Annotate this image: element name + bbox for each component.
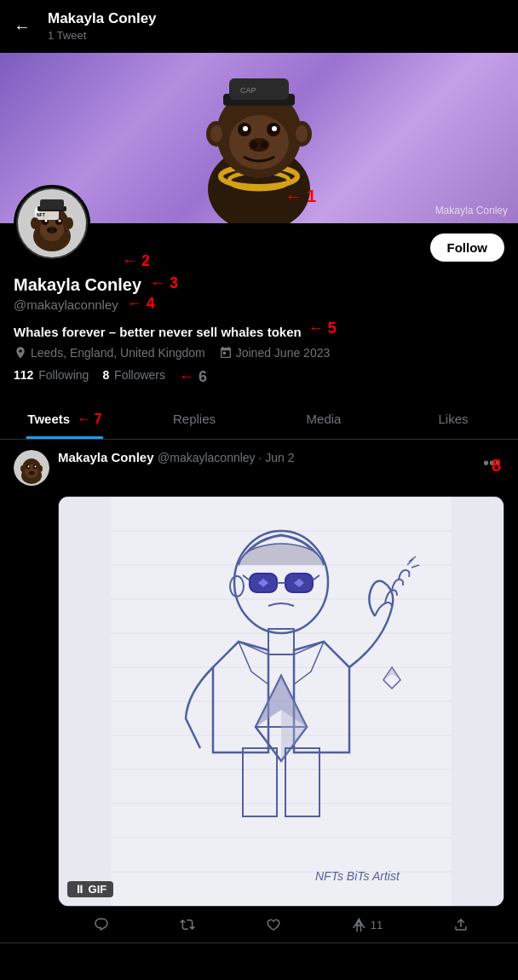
svg-point-28: [47, 228, 50, 232]
location-icon: [14, 346, 27, 360]
svg-point-8: [272, 126, 277, 131]
tab-likes[interactable]: Likes: [388, 400, 518, 439]
location-text: Leeds, England, United Kingdom: [31, 346, 205, 360]
share-icon: [453, 917, 469, 932]
comment-button[interactable]: [94, 917, 109, 932]
svg-point-18: [296, 125, 308, 142]
svg-point-29: [54, 228, 57, 232]
tweet-item: Makayla Conley @makaylaconnley · Jun 2 •…: [0, 440, 518, 943]
tweet-author-name: Makayla Conley @makaylaconnley · Jun 2: [58, 450, 295, 465]
joined-item: Joined June 2023: [219, 346, 331, 360]
tweet-handle: @makaylaconnley · Jun 2: [158, 451, 295, 464]
header-subtitle: 1 Tweet: [48, 29, 86, 42]
ape-banner-svg: CAP: [174, 53, 344, 223]
svg-point-43: [35, 466, 37, 468]
analytics-icon: [352, 917, 367, 932]
profile-top-row: NFT ← 2 Follow: [14, 223, 504, 262]
follow-button[interactable]: Follow: [430, 233, 505, 262]
annotation-6: ← 6: [179, 368, 207, 386]
tweet-image-content: NFTs BiTs Artist: [59, 497, 504, 906]
location-item: Leeds, England, United Kingdom: [14, 346, 205, 360]
annotation-4: ← 4: [127, 295, 155, 313]
svg-point-33: [65, 217, 73, 229]
display-name: Makayla Conley: [14, 275, 141, 295]
tweet-menu-button[interactable]: •••: [480, 450, 504, 476]
tweet-actions: 11: [58, 907, 504, 932]
svg-point-26: [59, 220, 61, 222]
annotation-2: ← 2: [122, 252, 150, 270]
svg-point-44: [29, 471, 35, 476]
joined-text: Joined June 2023: [236, 346, 331, 360]
annotation-3: ← 3: [150, 274, 178, 292]
meta-row: Leeds, England, United Kingdom Joined Ju…: [14, 346, 504, 360]
svg-point-7: [243, 126, 248, 131]
tab-replies[interactable]: Replies: [130, 400, 259, 439]
header-title: Makayla Conley: [48, 10, 157, 27]
svg-rect-13: [229, 78, 289, 100]
bio-row: Whales forever – better never sell whale…: [14, 318, 504, 339]
gif-badge: ⏸ GIF: [67, 881, 113, 897]
tweet-user-info: Makayla Conley @makaylaconnley · Jun 2: [58, 450, 295, 465]
share-button[interactable]: [453, 917, 469, 932]
tweet-author: Makayla Conley @makaylaconnley · Jun 2: [14, 450, 295, 486]
annotation-5: ← 5: [308, 320, 337, 337]
profile-tabs: Tweets ← 7 Replies Media Likes: [0, 400, 518, 440]
top-header: ← Makayla Conley 1 Tweet: [0, 0, 518, 53]
avatar-svg: NFT: [18, 189, 86, 257]
calendar-icon: [219, 346, 233, 360]
back-button[interactable]: ←: [14, 17, 31, 37]
banner-watermark: Makayla Conley: [435, 205, 508, 216]
following-row: 112 Following 8 Followers ← 6: [14, 368, 504, 386]
header-info: Makayla Conley 1 Tweet: [48, 10, 157, 43]
svg-point-10: [250, 141, 257, 148]
retweet-button[interactable]: [180, 917, 195, 932]
avatar-wrapper: NFT ← 2: [14, 185, 90, 262]
retweet-icon: [180, 917, 195, 932]
banner-image: CAP: [165, 53, 353, 223]
svg-point-16: [210, 125, 222, 142]
analytics-count: 11: [371, 919, 383, 931]
svg-point-11: [261, 141, 268, 148]
svg-point-45: [20, 465, 26, 472]
following-count-item[interactable]: 112 Following: [14, 368, 89, 386]
tweet-header: Makayla Conley @makaylaconnley · Jun 2 •…: [14, 450, 504, 486]
tweet-avatar-svg: [14, 450, 49, 486]
like-button[interactable]: [266, 917, 281, 932]
tweet-avatar[interactable]: [14, 450, 49, 486]
profile-avatar[interactable]: NFT: [14, 185, 90, 262]
svg-text:CAP: CAP: [240, 86, 256, 95]
eth-sketch-svg: NFTs BiTs Artist: [59, 497, 504, 906]
svg-rect-35: [40, 199, 64, 210]
svg-point-42: [28, 466, 30, 468]
tweet-image[interactable]: NFTs BiTs Artist ⏸ GIF: [58, 496, 504, 907]
like-icon: [266, 917, 281, 932]
username: @makaylaconnley: [14, 297, 118, 312]
username-row: @makaylaconnley ← 4: [14, 295, 504, 313]
profile-section: NFT ← 2 Follow Makayla Conley ← 3 @makay…: [0, 223, 518, 396]
svg-point-46: [37, 465, 43, 472]
tab-media[interactable]: Media: [259, 400, 388, 439]
svg-text:NFT: NFT: [37, 212, 45, 217]
comment-icon: [94, 917, 109, 932]
bio: Whales forever – better never sell whale…: [14, 325, 302, 339]
annotation-7: ← 7: [77, 412, 101, 426]
followers-count-item[interactable]: 8 Followers: [102, 368, 165, 386]
svg-point-32: [31, 217, 39, 229]
analytics-button[interactable]: 11: [352, 917, 383, 932]
svg-text:NFTs BiTs Artist: NFTs BiTs Artist: [315, 869, 400, 883]
tab-tweets[interactable]: Tweets ← 7: [0, 400, 130, 439]
display-name-row: Makayla Conley ← 3: [14, 272, 504, 295]
